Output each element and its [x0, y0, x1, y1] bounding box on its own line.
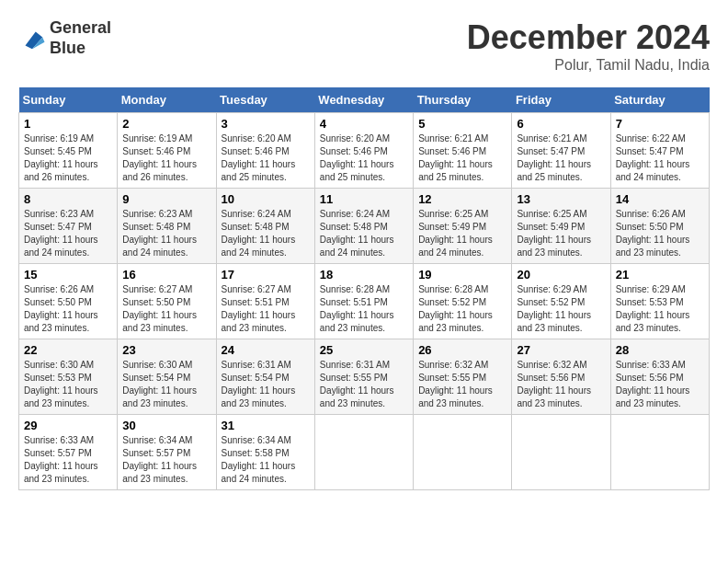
- calendar-week-row: 22 Sunrise: 6:30 AM Sunset: 5:53 PM Dayl…: [19, 339, 710, 415]
- day-info: Sunrise: 6:32 AM Sunset: 5:56 PM Dayligh…: [517, 359, 605, 410]
- calendar-cell: 4 Sunrise: 6:20 AM Sunset: 5:46 PM Dayli…: [314, 113, 413, 189]
- day-number: 4: [320, 117, 408, 131]
- day-info: Sunrise: 6:19 AM Sunset: 5:46 PM Dayligh…: [122, 132, 210, 184]
- calendar-cell: 14 Sunrise: 6:26 AM Sunset: 5:50 PM Dayl…: [610, 189, 709, 264]
- weekday-header-friday: Friday: [512, 87, 610, 113]
- calendar-cell: 18 Sunrise: 6:28 AM Sunset: 5:51 PM Dayl…: [314, 264, 413, 339]
- weekday-header-row: SundayMondayTuesdayWednesdayThursdayFrid…: [19, 87, 710, 113]
- calendar-cell: [512, 415, 610, 490]
- day-info: Sunrise: 6:31 AM Sunset: 5:55 PM Dayligh…: [320, 359, 408, 410]
- calendar-cell: 23 Sunrise: 6:30 AM Sunset: 5:54 PM Dayl…: [118, 339, 216, 415]
- calendar-cell: [314, 415, 413, 490]
- logo-text: General Blue: [50, 18, 111, 58]
- day-info: Sunrise: 6:33 AM Sunset: 5:56 PM Dayligh…: [616, 359, 704, 410]
- day-number: 8: [24, 192, 112, 206]
- day-info: Sunrise: 6:22 AM Sunset: 5:47 PM Dayligh…: [616, 132, 704, 184]
- calendar-table: SundayMondayTuesdayWednesdayThursdayFrid…: [18, 87, 710, 490]
- calendar-cell: [610, 415, 709, 490]
- day-info: Sunrise: 6:23 AM Sunset: 5:48 PM Dayligh…: [122, 208, 210, 259]
- calendar-cell: 1 Sunrise: 6:19 AM Sunset: 5:45 PM Dayli…: [19, 113, 118, 189]
- day-info: Sunrise: 6:27 AM Sunset: 5:51 PM Dayligh…: [222, 283, 310, 335]
- day-info: Sunrise: 6:29 AM Sunset: 5:52 PM Dayligh…: [517, 283, 605, 335]
- day-info: Sunrise: 6:29 AM Sunset: 5:53 PM Dayligh…: [616, 283, 704, 335]
- calendar-cell: 29 Sunrise: 6:33 AM Sunset: 5:57 PM Dayl…: [19, 415, 118, 490]
- day-info: Sunrise: 6:21 AM Sunset: 5:46 PM Dayligh…: [418, 132, 506, 184]
- day-number: 9: [122, 192, 210, 206]
- day-number: 23: [122, 343, 210, 357]
- day-number: 2: [122, 117, 210, 131]
- day-number: 13: [517, 192, 605, 206]
- day-info: Sunrise: 6:28 AM Sunset: 5:51 PM Dayligh…: [320, 283, 408, 335]
- day-number: 16: [122, 268, 210, 282]
- calendar-cell: 17 Sunrise: 6:27 AM Sunset: 5:51 PM Dayl…: [216, 264, 314, 339]
- day-number: 27: [517, 343, 605, 357]
- day-number: 21: [616, 268, 704, 282]
- day-number: 6: [517, 117, 605, 131]
- logo-icon: [18, 25, 46, 52]
- calendar-cell: 11 Sunrise: 6:24 AM Sunset: 5:48 PM Dayl…: [314, 189, 413, 264]
- calendar-cell: 16 Sunrise: 6:27 AM Sunset: 5:50 PM Dayl…: [118, 264, 216, 339]
- calendar-cell: 8 Sunrise: 6:23 AM Sunset: 5:47 PM Dayli…: [19, 189, 118, 264]
- weekday-header-saturday: Saturday: [610, 87, 709, 113]
- calendar-cell: 24 Sunrise: 6:31 AM Sunset: 5:54 PM Dayl…: [216, 339, 314, 415]
- month-title: December 2024: [467, 18, 710, 57]
- calendar-cell: 2 Sunrise: 6:19 AM Sunset: 5:46 PM Dayli…: [118, 113, 216, 189]
- day-number: 14: [616, 192, 704, 206]
- day-number: 26: [418, 343, 506, 357]
- day-info: Sunrise: 6:34 AM Sunset: 5:58 PM Dayligh…: [222, 434, 310, 486]
- calendar-cell: 25 Sunrise: 6:31 AM Sunset: 5:55 PM Dayl…: [314, 339, 413, 415]
- day-number: 29: [24, 419, 112, 432]
- day-info: Sunrise: 6:25 AM Sunset: 5:49 PM Dayligh…: [418, 208, 506, 259]
- calendar-cell: 5 Sunrise: 6:21 AM Sunset: 5:46 PM Dayli…: [414, 113, 512, 189]
- calendar-week-row: 1 Sunrise: 6:19 AM Sunset: 5:45 PM Dayli…: [19, 113, 710, 189]
- calendar-cell: [414, 415, 512, 490]
- weekday-header-wednesday: Wednesday: [314, 87, 413, 113]
- day-number: 25: [320, 343, 408, 357]
- calendar-week-row: 8 Sunrise: 6:23 AM Sunset: 5:47 PM Dayli…: [19, 189, 710, 264]
- day-number: 5: [418, 117, 506, 131]
- calendar-cell: 3 Sunrise: 6:20 AM Sunset: 5:46 PM Dayli…: [216, 113, 314, 189]
- day-info: Sunrise: 6:34 AM Sunset: 5:57 PM Dayligh…: [122, 434, 210, 486]
- day-info: Sunrise: 6:27 AM Sunset: 5:50 PM Dayligh…: [122, 283, 210, 335]
- day-info: Sunrise: 6:23 AM Sunset: 5:47 PM Dayligh…: [24, 208, 112, 259]
- calendar-week-row: 15 Sunrise: 6:26 AM Sunset: 5:50 PM Dayl…: [19, 264, 710, 339]
- day-number: 18: [320, 268, 408, 282]
- day-info: Sunrise: 6:19 AM Sunset: 5:45 PM Dayligh…: [24, 132, 112, 184]
- calendar-cell: 12 Sunrise: 6:25 AM Sunset: 5:49 PM Dayl…: [414, 189, 512, 264]
- day-info: Sunrise: 6:31 AM Sunset: 5:54 PM Dayligh…: [222, 359, 310, 410]
- day-info: Sunrise: 6:30 AM Sunset: 5:54 PM Dayligh…: [122, 359, 210, 410]
- calendar-cell: 30 Sunrise: 6:34 AM Sunset: 5:57 PM Dayl…: [118, 415, 216, 490]
- weekday-header-tuesday: Tuesday: [216, 87, 314, 113]
- calendar-cell: 9 Sunrise: 6:23 AM Sunset: 5:48 PM Dayli…: [118, 189, 216, 264]
- weekday-header-thursday: Thursday: [414, 87, 512, 113]
- calendar-cell: 19 Sunrise: 6:28 AM Sunset: 5:52 PM Dayl…: [414, 264, 512, 339]
- day-number: 15: [24, 268, 112, 282]
- day-number: 19: [418, 268, 506, 282]
- title-section: December 2024 Polur, Tamil Nadu, India: [467, 18, 710, 74]
- day-number: 28: [616, 343, 704, 357]
- day-info: Sunrise: 6:25 AM Sunset: 5:49 PM Dayligh…: [517, 208, 605, 259]
- calendar-week-row: 29 Sunrise: 6:33 AM Sunset: 5:57 PM Dayl…: [19, 415, 710, 490]
- day-number: 1: [24, 117, 112, 131]
- weekday-header-sunday: Sunday: [19, 87, 118, 113]
- calendar-cell: 26 Sunrise: 6:32 AM Sunset: 5:55 PM Dayl…: [414, 339, 512, 415]
- logo: General Blue: [18, 18, 111, 58]
- page-header: General Blue December 2024 Polur, Tamil …: [18, 18, 710, 74]
- calendar-cell: 27 Sunrise: 6:32 AM Sunset: 5:56 PM Dayl…: [512, 339, 610, 415]
- day-info: Sunrise: 6:24 AM Sunset: 5:48 PM Dayligh…: [222, 208, 310, 259]
- calendar-cell: 10 Sunrise: 6:24 AM Sunset: 5:48 PM Dayl…: [216, 189, 314, 264]
- day-info: Sunrise: 6:21 AM Sunset: 5:47 PM Dayligh…: [517, 132, 605, 184]
- weekday-header-monday: Monday: [118, 87, 216, 113]
- calendar-cell: 21 Sunrise: 6:29 AM Sunset: 5:53 PM Dayl…: [610, 264, 709, 339]
- day-info: Sunrise: 6:26 AM Sunset: 5:50 PM Dayligh…: [24, 283, 112, 335]
- day-number: 7: [616, 117, 704, 131]
- day-info: Sunrise: 6:30 AM Sunset: 5:53 PM Dayligh…: [24, 359, 112, 410]
- calendar-cell: 31 Sunrise: 6:34 AM Sunset: 5:58 PM Dayl…: [216, 415, 314, 490]
- calendar-cell: 20 Sunrise: 6:29 AM Sunset: 5:52 PM Dayl…: [512, 264, 610, 339]
- calendar-cell: 6 Sunrise: 6:21 AM Sunset: 5:47 PM Dayli…: [512, 113, 610, 189]
- calendar-cell: 22 Sunrise: 6:30 AM Sunset: 5:53 PM Dayl…: [19, 339, 118, 415]
- day-number: 31: [222, 419, 310, 432]
- day-info: Sunrise: 6:20 AM Sunset: 5:46 PM Dayligh…: [222, 132, 310, 184]
- calendar-cell: 15 Sunrise: 6:26 AM Sunset: 5:50 PM Dayl…: [19, 264, 118, 339]
- day-info: Sunrise: 6:28 AM Sunset: 5:52 PM Dayligh…: [418, 283, 506, 335]
